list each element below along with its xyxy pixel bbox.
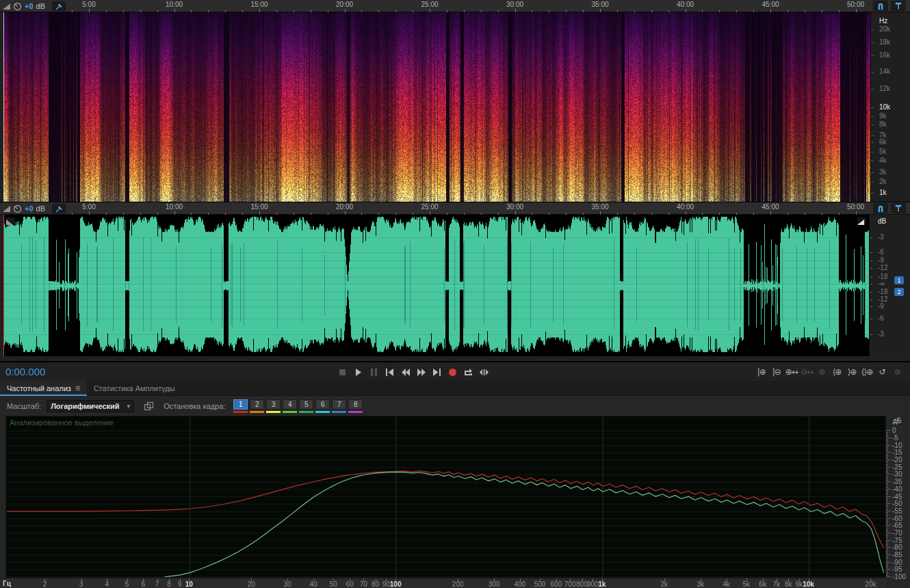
play-button[interactable] — [352, 366, 363, 377]
waveform-playhead[interactable] — [3, 215, 4, 356]
zoom-out-button[interactable]: |⊖ — [770, 366, 783, 378]
channel-badge-1[interactable]: 1 — [894, 276, 904, 284]
spectrogram-playhead[interactable] — [3, 12, 4, 202]
db-axis-tick — [886, 444, 888, 444]
skip-to-end-button[interactable] — [431, 366, 442, 377]
hold-button-2[interactable]: 2 — [250, 399, 264, 413]
record-button[interactable] — [447, 366, 458, 377]
skip-to-start-button[interactable] — [384, 366, 395, 377]
channel-badge-2[interactable]: 2 — [894, 288, 904, 296]
freq-scale-label: 6k — [879, 138, 887, 146]
pause-button[interactable] — [368, 366, 379, 377]
db-axis-tick — [886, 576, 891, 577]
db-axis-label: -60 — [892, 514, 902, 522]
ruler-label: 25:00 — [421, 1, 438, 8]
ruler-label: 50:00 — [847, 203, 864, 211]
hold-button-1[interactable]: 1 — [233, 399, 248, 413]
freq-scale-label: 8k — [879, 120, 887, 128]
playhead-time-display[interactable]: 0:00.000 — [5, 362, 45, 382]
hold-button-4[interactable]: 4 — [283, 399, 297, 413]
hold-button-6[interactable]: 6 — [315, 399, 330, 413]
pin-playhead-button[interactable] — [52, 1, 66, 11]
frequency-scale[interactable]: Hz20k18k16k14k12k10k9k8k7k6k5k4k3k2k1k — [870, 12, 910, 202]
fade-in-handle[interactable] — [6, 217, 15, 225]
db-axis-unit: дБ — [893, 417, 901, 425]
db-axis-tick — [886, 556, 888, 557]
hold-button-5[interactable]: 5 — [299, 399, 313, 413]
waveform-time-ruler[interactable]: 5:0010:0015:0020:0025:0030:0035:0040:004… — [0, 202, 869, 215]
zoom-out-full-button[interactable]: ⊖↔ — [801, 366, 813, 378]
zoom-selection-width-button[interactable]: ⟨⟩⊕ — [861, 366, 873, 378]
scale-tick — [871, 29, 874, 30]
frequency-axis-label: 9 — [178, 580, 182, 588]
spectrogram-time-ruler[interactable]: 5:0010:0015:0020:0025:0030:0035:0040:004… — [0, 0, 869, 12]
db-axis-tick — [886, 554, 891, 555]
db-axis-tick — [886, 433, 888, 434]
db-axis-tick — [886, 486, 888, 487]
hold-button-label: 7 — [332, 399, 346, 410]
frequency-axis-label: 6 — [142, 580, 146, 588]
spectrogram-canvas[interactable] — [3, 12, 870, 202]
db-axis-tick — [886, 438, 891, 438]
pin-playhead-button[interactable] — [52, 204, 66, 213]
gain-knob-icon[interactable] — [13, 2, 22, 11]
hold-button-7[interactable]: 7 — [332, 399, 346, 413]
snap-toggle-button[interactable] — [873, 203, 888, 213]
gain-value[interactable]: +0 — [25, 204, 34, 213]
level-ramp-icon[interactable] — [3, 206, 10, 212]
scale-dropdown[interactable]: Логарифмический ▾ — [47, 400, 134, 412]
db-axis-label: 0 — [892, 427, 896, 434]
zoom-full-button[interactable]: ⊕ — [891, 366, 903, 378]
tab-amplitude-statistics[interactable]: Статистика Амплитуды — [87, 381, 182, 396]
db-axis-label: -55 — [892, 507, 902, 514]
reset-amplitude-zoom-button[interactable]: ⊕ — [816, 366, 828, 378]
db-axis-tick — [886, 458, 888, 459]
panel-menu-icon[interactable]: ≡ — [75, 384, 80, 393]
stop-button[interactable] — [337, 366, 348, 377]
spectrogram-display[interactable] — [3, 12, 870, 202]
freq-scale-label: 20k — [879, 25, 890, 33]
db-axis-tick — [886, 525, 891, 526]
hold-button-8[interactable]: 8 — [348, 399, 363, 413]
freq-scale-label: 5k — [879, 148, 887, 155]
scale-tick — [870, 319, 872, 319]
amplitude-scale[interactable]: dB-3-6-9-12-18-∞-18-12-9-6-312 — [869, 215, 910, 356]
restore-default-zoom-button[interactable]: ↺ — [876, 366, 888, 378]
db-scale-label: -9 — [878, 302, 884, 310]
db-axis-tick — [886, 534, 888, 535]
waveform-display[interactable] — [3, 215, 869, 356]
frequency-axis-label: 10k — [803, 580, 814, 588]
hold-buttons: 12345678 — [233, 399, 363, 413]
zoom-in-button[interactable]: |⊕ — [755, 366, 768, 378]
zoom-to-selection-button[interactable]: ⊕↔ — [785, 366, 798, 378]
db-axis-tick — [886, 494, 888, 495]
fade-out-handle[interactable] — [857, 217, 866, 225]
level-ramp-icon[interactable] — [3, 3, 10, 10]
db-axis-label: -5 — [892, 434, 898, 442]
snap-toggle-button[interactable] — [873, 1, 888, 11]
copy-panel-button[interactable] — [144, 401, 154, 411]
hold-button-label: 2 — [250, 399, 264, 410]
scale-tick — [871, 107, 874, 108]
frequency-analysis-chart[interactable]: Анализированное выделение — [5, 416, 886, 578]
zoom-in-left-edge-button[interactable]: ⟨⊕ — [831, 366, 843, 378]
zoom-in-right-edge-button[interactable]: ⟩⊕ — [846, 366, 858, 378]
marker-button[interactable] — [891, 1, 906, 11]
hold-button-3[interactable]: 3 — [266, 399, 281, 413]
rewind-button[interactable] — [400, 366, 411, 377]
gain-knob-icon[interactable] — [13, 204, 22, 213]
waveform-canvas[interactable] — [3, 215, 869, 356]
fast-forward-button[interactable] — [415, 366, 426, 377]
loop-playback-button[interactable] — [463, 366, 473, 377]
ruler-label: 30:00 — [506, 203, 523, 211]
scale-label: Масштаб: — [7, 402, 41, 410]
tab-frequency-analysis[interactable]: Частотный анализ≡ — [0, 381, 87, 396]
analysis-tabbar: Частотный анализ≡Статистика Амплитуды — [0, 381, 910, 396]
frequency-axis-label: 20 — [248, 580, 255, 588]
skip-selection-button[interactable] — [478, 366, 489, 377]
freq-scale-label: 18k — [879, 38, 890, 46]
marker-button[interactable] — [891, 203, 906, 213]
gain-value[interactable]: +0 — [25, 2, 34, 10]
ruler-label: 5:00 — [82, 1, 95, 8]
db-axis-tick — [886, 503, 891, 504]
